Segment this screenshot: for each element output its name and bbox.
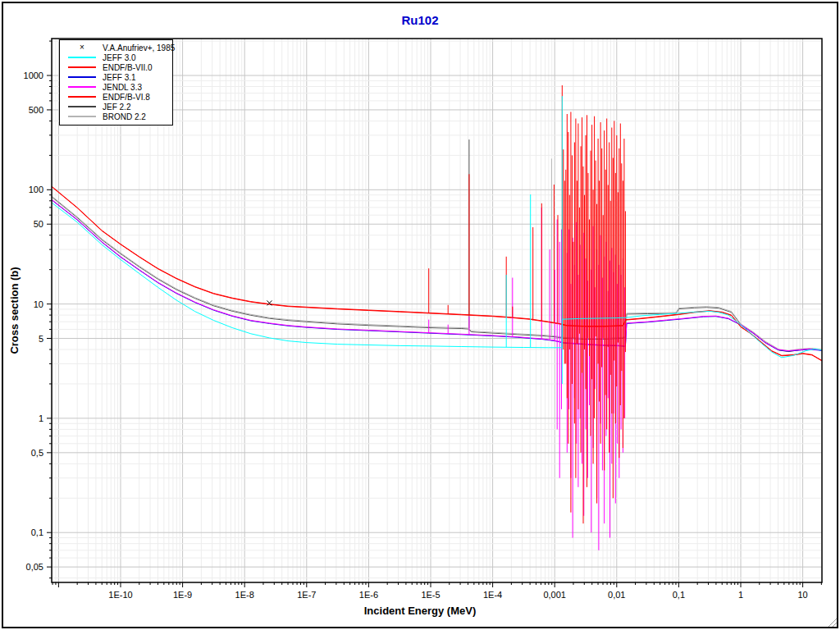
legend-label: JEFF 3.0	[103, 53, 136, 62]
legend-label: ENDF/B-VI.8	[103, 93, 150, 102]
legend-label: BROND 2.2	[103, 112, 146, 121]
legend-line-swatch	[68, 96, 96, 98]
x-tick-label: 0,01	[608, 590, 625, 600]
x-tick-label: 0,001	[543, 590, 566, 600]
legend-line-swatch	[68, 57, 96, 58]
y-tick-label: 1	[39, 413, 43, 423]
x-axis-label: Incident Energy (MeV)	[0, 605, 840, 617]
legend-item-jeff-3-1: JEFF 3.1	[60, 72, 172, 82]
plot-window: 1E-101E-91E-81E-71E-61E-51E-40,0010,010,…	[0, 0, 840, 630]
y-tick-label: 10	[34, 299, 43, 309]
legend-line-swatch	[68, 116, 96, 117]
legend-item-jeff-3-0: JEFF 3.0	[60, 52, 172, 62]
legend-label: ENDF/B-VII.0	[103, 63, 153, 72]
y-tick-label: 50	[34, 219, 43, 229]
legend-line-swatch	[68, 86, 96, 88]
y-tick-label: 1000	[24, 71, 43, 80]
x-marker-icon: ×	[68, 43, 96, 52]
legend-item-jendl-3-3: JENDL 3.3	[60, 82, 172, 92]
legend-item-v-a-anufriev-1985: ×V.A.Anufriev+, 1985	[60, 43, 172, 52]
y-tick-label: 5	[39, 334, 43, 344]
y-tick-label: 0,5	[31, 448, 43, 458]
series-jef-2-2	[52, 139, 822, 352]
x-tick-label: 1E-5	[421, 590, 440, 600]
x-tick-label: 1E-7	[297, 590, 316, 600]
x-tick-labels: 1E-101E-91E-81E-71E-61E-51E-40,0010,010,…	[108, 590, 807, 600]
legend-line-swatch	[68, 66, 96, 68]
y-tick-label: 500	[29, 105, 43, 115]
x-tick-label: 1E-8	[235, 590, 254, 600]
legend-line-swatch	[68, 106, 96, 107]
y-tick-label: 100	[29, 185, 43, 194]
resize-grip-icon[interactable]	[826, 616, 837, 627]
y-tick-labels: 10005001005010510,50,10,05	[24, 71, 43, 572]
legend-label: JEFF 3.1	[103, 73, 136, 82]
x-tick-label: 0,1	[673, 590, 685, 600]
legend-label: V.A.Anufriev+, 1985	[103, 43, 175, 52]
x-tick-label: 1	[738, 590, 743, 600]
y-tick-label: 0,1	[31, 527, 43, 537]
series-jeff-3-1	[52, 200, 822, 351]
legend-item-endf-b-vi-8: ENDF/B-VI.8	[60, 92, 172, 102]
legend-item-jef-2-2: JEF 2.2	[60, 102, 172, 112]
x-tick-label: 1E-6	[359, 590, 378, 600]
legend: ×V.A.Anufriev+, 1985JEFF 3.0ENDF/B-VII.0…	[59, 39, 173, 126]
y-axis-label: Cross section (b)	[8, 245, 21, 377]
x-tick-label: 1E-9	[173, 590, 192, 600]
legend-item-endf-b-vii-0: ENDF/B-VII.0	[60, 62, 172, 72]
x-tick-label: 1E-4	[483, 590, 502, 600]
legend-label: JEF 2.2	[103, 103, 130, 112]
chart-title: Ru102	[0, 13, 840, 27]
legend-line-swatch	[68, 76, 96, 78]
series-jendl-3-3	[52, 199, 822, 550]
x-tick-label: 1E-10	[108, 590, 132, 600]
y-tick-label: 0,05	[26, 562, 43, 572]
legend-label: JENDL 3.3	[103, 83, 142, 92]
x-tick-label: 10	[797, 590, 807, 600]
series-jeff-3-0	[52, 96, 822, 384]
legend-item-brond-2-2: BROND 2.2	[60, 112, 172, 121]
